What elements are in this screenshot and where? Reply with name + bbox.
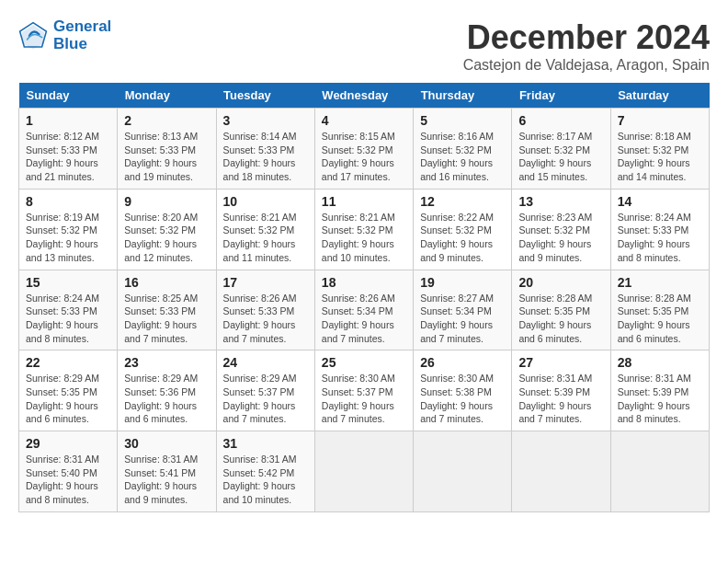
day-number: 8 (26, 194, 110, 209)
day-number: 23 (124, 355, 209, 370)
day-number: 25 (322, 355, 406, 370)
day-detail: Sunrise: 8:23 AMSunset: 5:32 PMDaylight:… (518, 211, 603, 265)
day-detail: Sunrise: 8:29 AMSunset: 5:37 PMDaylight:… (223, 372, 308, 426)
calendar-cell: 16Sunrise: 8:25 AMSunset: 5:33 PMDayligh… (118, 270, 216, 350)
calendar-cell: 10Sunrise: 8:21 AMSunset: 5:32 PMDayligh… (216, 189, 314, 270)
calendar-cell: 8Sunrise: 8:19 AMSunset: 5:32 PMDaylight… (19, 189, 118, 270)
calendar-cell: 29Sunrise: 8:31 AMSunset: 5:40 PMDayligh… (19, 431, 118, 512)
day-number: 20 (518, 275, 603, 290)
day-number: 24 (223, 355, 308, 370)
day-detail: Sunrise: 8:22 AMSunset: 5:32 PMDaylight:… (420, 211, 505, 265)
calendar-cell (414, 431, 512, 512)
day-detail: Sunrise: 8:12 AMSunset: 5:33 PMDaylight:… (26, 130, 110, 184)
calendar-cell: 27Sunrise: 8:31 AMSunset: 5:39 PMDayligh… (512, 350, 610, 431)
day-detail: Sunrise: 8:24 AMSunset: 5:33 PMDaylight:… (618, 211, 702, 265)
day-detail: Sunrise: 8:29 AMSunset: 5:36 PMDaylight:… (124, 372, 209, 426)
calendar-cell: 18Sunrise: 8:26 AMSunset: 5:34 PMDayligh… (314, 270, 413, 350)
day-number: 3 (223, 113, 308, 128)
day-number: 11 (322, 194, 406, 209)
calendar-cell: 22Sunrise: 8:29 AMSunset: 5:35 PMDayligh… (19, 350, 118, 431)
calendar-table: SundayMondayTuesdayWednesdayThursdayFrid… (18, 83, 710, 512)
logo-text: General Blue (53, 18, 111, 52)
calendar-cell (610, 431, 709, 512)
day-header-wednesday: Wednesday (314, 83, 413, 109)
day-number: 14 (618, 194, 702, 209)
day-number: 27 (518, 355, 603, 370)
day-detail: Sunrise: 8:16 AMSunset: 5:32 PMDaylight:… (420, 130, 505, 184)
month-title: December 2024 (463, 18, 710, 57)
calendar-cell: 19Sunrise: 8:27 AMSunset: 5:34 PMDayligh… (414, 270, 512, 350)
day-detail: Sunrise: 8:18 AMSunset: 5:32 PMDaylight:… (618, 130, 702, 184)
day-detail: Sunrise: 8:17 AMSunset: 5:32 PMDaylight:… (518, 130, 603, 184)
day-detail: Sunrise: 8:31 AMSunset: 5:40 PMDaylight:… (26, 453, 110, 507)
calendar-cell: 28Sunrise: 8:31 AMSunset: 5:39 PMDayligh… (610, 350, 709, 431)
day-number: 13 (518, 194, 603, 209)
calendar-cell: 30Sunrise: 8:31 AMSunset: 5:41 PMDayligh… (118, 431, 216, 512)
day-number: 21 (618, 275, 702, 290)
day-number: 10 (223, 194, 308, 209)
calendar-cell: 21Sunrise: 8:28 AMSunset: 5:35 PMDayligh… (610, 270, 709, 350)
logo-icon (18, 21, 48, 51)
day-number: 7 (618, 113, 702, 128)
day-number: 28 (618, 355, 702, 370)
calendar-cell: 11Sunrise: 8:21 AMSunset: 5:32 PMDayligh… (314, 189, 413, 270)
day-detail: Sunrise: 8:13 AMSunset: 5:33 PMDaylight:… (124, 130, 209, 184)
day-detail: Sunrise: 8:30 AMSunset: 5:37 PMDaylight:… (322, 372, 406, 426)
day-number: 29 (26, 436, 110, 451)
day-detail: Sunrise: 8:28 AMSunset: 5:35 PMDaylight:… (618, 292, 702, 346)
day-header-tuesday: Tuesday (216, 83, 314, 109)
day-number: 2 (124, 113, 209, 128)
day-detail: Sunrise: 8:31 AMSunset: 5:42 PMDaylight:… (223, 453, 308, 507)
day-number: 9 (124, 194, 209, 209)
day-detail: Sunrise: 8:28 AMSunset: 5:35 PMDaylight:… (518, 292, 603, 346)
day-number: 12 (420, 194, 505, 209)
calendar-cell: 1Sunrise: 8:12 AMSunset: 5:33 PMDaylight… (19, 109, 118, 190)
day-number: 16 (124, 275, 209, 290)
day-detail: Sunrise: 8:14 AMSunset: 5:33 PMDaylight:… (223, 130, 308, 184)
calendar-cell: 26Sunrise: 8:30 AMSunset: 5:38 PMDayligh… (414, 350, 512, 431)
calendar-cell: 13Sunrise: 8:23 AMSunset: 5:32 PMDayligh… (512, 189, 610, 270)
day-number: 15 (26, 275, 110, 290)
day-detail: Sunrise: 8:25 AMSunset: 5:33 PMDaylight:… (124, 292, 209, 346)
calendar-cell: 25Sunrise: 8:30 AMSunset: 5:37 PMDayligh… (314, 350, 413, 431)
day-number: 30 (124, 436, 209, 451)
day-detail: Sunrise: 8:31 AMSunset: 5:39 PMDaylight:… (618, 372, 702, 426)
day-number: 1 (26, 113, 110, 128)
day-detail: Sunrise: 8:27 AMSunset: 5:34 PMDaylight:… (420, 292, 505, 346)
day-number: 5 (420, 113, 505, 128)
day-number: 22 (26, 355, 110, 370)
calendar-cell: 6Sunrise: 8:17 AMSunset: 5:32 PMDaylight… (512, 109, 610, 190)
day-number: 18 (322, 275, 406, 290)
day-detail: Sunrise: 8:19 AMSunset: 5:32 PMDaylight:… (26, 211, 110, 265)
calendar-cell: 12Sunrise: 8:22 AMSunset: 5:32 PMDayligh… (414, 189, 512, 270)
day-detail: Sunrise: 8:31 AMSunset: 5:41 PMDaylight:… (124, 453, 209, 507)
calendar-cell (512, 431, 610, 512)
calendar-cell: 20Sunrise: 8:28 AMSunset: 5:35 PMDayligh… (512, 270, 610, 350)
calendar-cell: 23Sunrise: 8:29 AMSunset: 5:36 PMDayligh… (118, 350, 216, 431)
calendar-cell: 9Sunrise: 8:20 AMSunset: 5:32 PMDaylight… (118, 189, 216, 270)
calendar-cell: 3Sunrise: 8:14 AMSunset: 5:33 PMDaylight… (216, 109, 314, 190)
day-detail: Sunrise: 8:26 AMSunset: 5:34 PMDaylight:… (322, 292, 406, 346)
day-detail: Sunrise: 8:21 AMSunset: 5:32 PMDaylight:… (223, 211, 308, 265)
day-number: 17 (223, 275, 308, 290)
day-header-friday: Friday (512, 83, 610, 109)
day-number: 19 (420, 275, 505, 290)
calendar-cell: 5Sunrise: 8:16 AMSunset: 5:32 PMDaylight… (414, 109, 512, 190)
title-block: December 2024 Castejon de Valdejasa, Ara… (463, 18, 710, 74)
calendar-cell: 14Sunrise: 8:24 AMSunset: 5:33 PMDayligh… (610, 189, 709, 270)
calendar-cell: 17Sunrise: 8:26 AMSunset: 5:33 PMDayligh… (216, 270, 314, 350)
location-title: Castejon de Valdejasa, Aragon, Spain (463, 57, 710, 74)
calendar-cell: 31Sunrise: 8:31 AMSunset: 5:42 PMDayligh… (216, 431, 314, 512)
calendar-cell: 4Sunrise: 8:15 AMSunset: 5:32 PMDaylight… (314, 109, 413, 190)
day-number: 26 (420, 355, 505, 370)
day-number: 6 (518, 113, 603, 128)
calendar-cell (314, 431, 413, 512)
day-detail: Sunrise: 8:30 AMSunset: 5:38 PMDaylight:… (420, 372, 505, 426)
calendar-cell: 24Sunrise: 8:29 AMSunset: 5:37 PMDayligh… (216, 350, 314, 431)
calendar-cell: 7Sunrise: 8:18 AMSunset: 5:32 PMDaylight… (610, 109, 709, 190)
day-header-monday: Monday (118, 83, 216, 109)
day-detail: Sunrise: 8:31 AMSunset: 5:39 PMDaylight:… (518, 372, 603, 426)
day-header-thursday: Thursday (414, 83, 512, 109)
calendar-cell: 2Sunrise: 8:13 AMSunset: 5:33 PMDaylight… (118, 109, 216, 190)
day-header-saturday: Saturday (610, 83, 709, 109)
